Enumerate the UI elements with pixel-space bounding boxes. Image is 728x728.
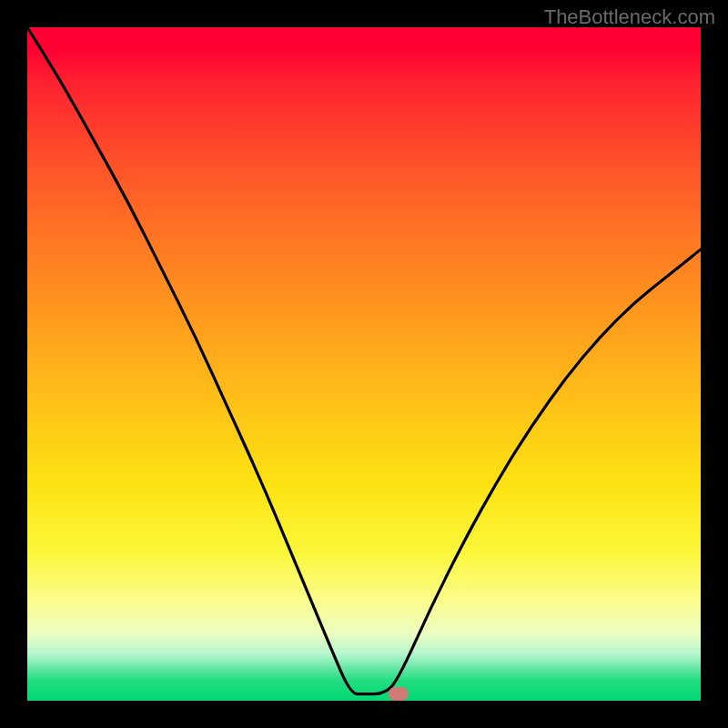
plot-area	[27, 27, 701, 701]
watermark-text: TheBottleneck.com	[544, 5, 715, 29]
optimal-point-marker	[389, 687, 409, 701]
chart-frame: TheBottleneck.com	[0, 0, 728, 728]
bottleneck-curve	[27, 27, 701, 701]
